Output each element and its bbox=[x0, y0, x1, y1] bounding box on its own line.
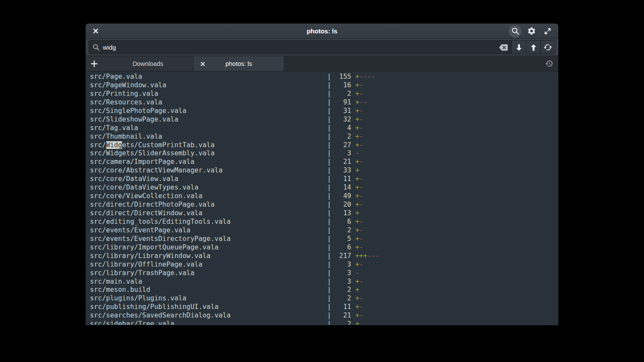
arrow-down-icon bbox=[515, 43, 523, 52]
terminal-line: src/SinglePhotoPage.vala | 31 +- bbox=[90, 107, 558, 116]
session-history-button[interactable] bbox=[540, 56, 558, 71]
history-clock-icon bbox=[545, 59, 553, 68]
search-group bbox=[89, 40, 555, 54]
terminal-line: src/Thumbnail.vala | 2 +- bbox=[90, 133, 558, 141]
search-wrap-button[interactable] bbox=[541, 40, 555, 54]
terminal-line: src/core/ViewCollection.vala | 49 +- bbox=[90, 192, 558, 201]
window-close-button[interactable] bbox=[89, 25, 102, 37]
search-icon bbox=[511, 27, 519, 35]
search-prev-button[interactable] bbox=[526, 40, 541, 54]
clear-search-button[interactable] bbox=[497, 42, 510, 53]
terminal-line: src/editing_tools/EditingTools.vala | 6 … bbox=[90, 218, 558, 226]
terminal-line: src/library/LibraryWindow.vala | 217 +++… bbox=[90, 252, 558, 261]
search-next-button[interactable] bbox=[512, 40, 526, 54]
gear-icon bbox=[527, 27, 536, 36]
terminal-line: src/library/TrashPage.vala | 3 - bbox=[90, 269, 558, 278]
terminal-line: src/core/AbstractViewManager.vala | 33 + bbox=[90, 166, 558, 175]
settings-button[interactable] bbox=[525, 25, 538, 38]
terminal-line: src/PageWindow.vala | 16 +- bbox=[90, 81, 558, 90]
terminal-line: src/Tag.vala | 4 +- bbox=[90, 124, 558, 133]
expand-icon bbox=[544, 27, 552, 35]
wrap-around-icon bbox=[543, 43, 552, 52]
magnifier-icon bbox=[92, 44, 100, 51]
terminal-line: src/direct/DirectPhotoPage.vala | 20 +- bbox=[90, 201, 558, 209]
window-title: photos: ls bbox=[86, 27, 558, 35]
terminal-line: src/publishing/PublishingUI.vala | 11 +- bbox=[90, 303, 558, 312]
tab-close-icon bbox=[200, 62, 205, 66]
terminal-line: src/plugins/Plugins.vala | 2 +- bbox=[90, 294, 558, 303]
terminal-line: src/main.vala | 3 +- bbox=[90, 278, 558, 286]
tab-downloads-label: Downloads bbox=[133, 60, 164, 67]
terminal-line: src/events/EventsDirectoryPage.vala | 5 … bbox=[90, 235, 558, 243]
tab-photos[interactable]: photos: ls bbox=[194, 56, 284, 71]
fullscreen-button[interactable] bbox=[541, 25, 554, 38]
terminal-line: src/camera/ImportPage.vala | 21 +- bbox=[90, 158, 558, 166]
terminal-line: src/library/OfflinePage.vala | 3 +- bbox=[90, 261, 558, 269]
new-tab-button[interactable] bbox=[86, 56, 103, 71]
tab-downloads[interactable]: Downloads bbox=[103, 56, 194, 71]
search-toggle-button[interactable] bbox=[509, 25, 522, 38]
arrow-up-icon bbox=[529, 43, 538, 52]
terminal-line: src/SlideshowPage.vala | 32 +- bbox=[90, 116, 558, 124]
terminal-line: src/Widgets/CustomPrintTab.vala | 27 +- bbox=[90, 141, 558, 150]
titlebar-actions bbox=[509, 25, 558, 38]
search-input[interactable] bbox=[103, 44, 497, 51]
terminal-line: src/searches/SavedSearchDialog.vala | 21… bbox=[90, 312, 558, 320]
terminal-line: src/Resources.vala | 91 +-- bbox=[90, 98, 558, 107]
search-match-highlight: Widg bbox=[106, 141, 122, 149]
terminal-output[interactable]: src/Page.vala | 155 +----src/PageWindow.… bbox=[86, 71, 558, 325]
search-toolbar bbox=[86, 39, 558, 56]
terminal-window: photos: ls bbox=[86, 24, 558, 325]
terminal-line: src/core/DataView.vala | 11 +- bbox=[90, 175, 558, 184]
terminal-line: src/library/ImportQueuePage.vala | 6 +- bbox=[90, 243, 558, 252]
titlebar: photos: ls bbox=[86, 24, 558, 39]
tab-bar: Downloads photos: ls bbox=[86, 56, 558, 71]
backspace-icon bbox=[498, 44, 508, 51]
tab-photos-label: photos: ls bbox=[225, 60, 252, 67]
plus-icon bbox=[91, 60, 98, 67]
terminal-line: src/meson.build | 2 + bbox=[90, 286, 558, 294]
terminal-line: src/sidebar/Tree.vala | 2 + bbox=[90, 320, 558, 325]
tab-close-button[interactable] bbox=[197, 58, 208, 69]
close-icon bbox=[93, 28, 98, 34]
search-field bbox=[89, 40, 512, 54]
terminal-line: src/Page.vala | 155 +---- bbox=[90, 73, 558, 81]
terminal-line: src/Widgets/SliderAssembly.vala | 3 - bbox=[90, 149, 558, 158]
terminal-line: src/core/DataViewTypes.vala | 14 +- bbox=[90, 184, 558, 192]
terminal-line: src/Printing.vala | 2 +- bbox=[90, 90, 558, 98]
terminal-line: src/events/EventPage.vala | 2 +- bbox=[90, 226, 558, 235]
terminal-line: src/direct/DirectWindow.vala | 13 + bbox=[90, 209, 558, 218]
